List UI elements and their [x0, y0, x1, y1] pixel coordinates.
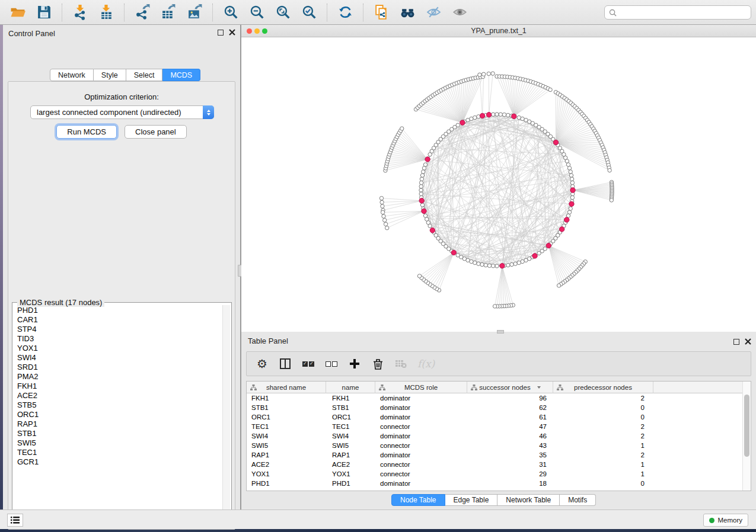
table-cell[interactable]: PHD1 [326, 479, 375, 488]
table-row[interactable]: FKH1FKH1dominator962 [247, 393, 653, 403]
import-table-icon[interactable] [93, 2, 119, 23]
table-cell[interactable]: 2 [553, 450, 653, 460]
zoom-out-icon[interactable] [244, 2, 270, 23]
table-cell[interactable]: PHD1 [247, 479, 326, 488]
table-cell[interactable]: connector [375, 460, 467, 469]
tab-edge-table[interactable]: Edge Table [445, 494, 498, 506]
mcds-result-item[interactable]: FKH1 [13, 382, 222, 391]
table-cell[interactable]: ORC1 [247, 412, 326, 422]
select-all-icon[interactable] [302, 356, 315, 371]
run-mcds-button[interactable]: Run MCDS [56, 125, 117, 139]
mcds-result-item[interactable]: RAP1 [13, 419, 222, 429]
table-row[interactable]: YOX1YOX1connector291 [247, 469, 653, 479]
table-cell[interactable]: dominator [375, 479, 467, 488]
column-header-mcds-role[interactable]: MCDS role [375, 382, 467, 393]
open-folder-icon[interactable] [5, 2, 31, 23]
table-cell[interactable]: RAP1 [326, 450, 375, 460]
table-cell[interactable]: dominator [375, 412, 467, 422]
deselect-all-icon[interactable] [325, 356, 338, 371]
add-row-icon[interactable] [348, 356, 361, 371]
table-cell[interactable]: 46 [467, 431, 553, 441]
table-row[interactable]: SWI5SWI5connector431 [247, 441, 653, 450]
table-cell[interactable]: SWI5 [326, 441, 375, 450]
table-cell[interactable]: 2 [553, 393, 653, 403]
find-binoculars-icon[interactable] [394, 2, 420, 23]
export-network-icon[interactable] [129, 2, 155, 23]
tab-network[interactable]: Network [50, 69, 94, 81]
mcds-result-item[interactable]: ORC1 [13, 410, 222, 419]
search-input[interactable] [604, 5, 751, 20]
mcds-result-item[interactable]: SRD1 [13, 363, 222, 372]
table-cell[interactable]: ACE2 [326, 460, 375, 469]
mcds-result-item[interactable]: SWI4 [13, 353, 222, 363]
table-cell[interactable]: 35 [467, 450, 553, 460]
mcds-result-item[interactable]: STP4 [13, 325, 222, 334]
mcds-result-item[interactable]: TEC1 [13, 448, 222, 457]
criterion-select[interactable]: largest connected component (undirected) [30, 105, 214, 119]
mcds-result-item[interactable]: SWI5 [13, 438, 222, 448]
table-row[interactable]: TEC1TEC1connector472 [247, 422, 653, 431]
column-header-shared-name[interactable]: shared name [247, 382, 326, 393]
import-network-icon[interactable] [67, 2, 93, 23]
memory-button[interactable]: Memory [703, 514, 748, 527]
table-cell[interactable]: 96 [467, 393, 553, 403]
network-canvas[interactable] [241, 37, 756, 332]
table-cell[interactable]: SWI4 [247, 431, 326, 441]
close-panel-icon[interactable] [229, 29, 235, 36]
table-cell[interactable]: YOX1 [326, 469, 375, 479]
table-row[interactable]: ACE2ACE2connector311 [247, 460, 653, 469]
tab-motifs[interactable]: Motifs [560, 494, 596, 506]
table-cell[interactable]: STB1 [247, 403, 326, 412]
mcds-result-item[interactable]: PMA2 [13, 372, 222, 382]
table-cell[interactable]: 18 [467, 479, 553, 488]
table-cell[interactable]: 47 [467, 422, 553, 431]
hide-graphics-eye-icon[interactable] [420, 2, 446, 23]
table-cell[interactable]: SWI5 [247, 441, 326, 450]
tab-mcds[interactable]: MCDS [162, 69, 200, 81]
column-header-predecessor-nodes[interactable]: predecessor nodes [553, 382, 653, 393]
table-cell[interactable]: dominator [375, 431, 467, 441]
table-cell[interactable]: 2 [553, 422, 653, 431]
table-cell[interactable]: 1 [553, 469, 653, 479]
table-cell[interactable]: 61 [467, 412, 553, 422]
tab-network-table[interactable]: Network Table [497, 494, 560, 506]
table-cell[interactable]: 43 [467, 441, 553, 450]
table-cell[interactable]: 29 [467, 469, 553, 479]
network-window-titlebar[interactable]: YPA_prune.txt_1 [241, 25, 756, 37]
table-cell[interactable]: RAP1 [247, 450, 326, 460]
zoom-in-icon[interactable] [218, 2, 244, 23]
table-cell[interactable]: FKH1 [326, 393, 375, 403]
delete-row-trash-icon[interactable] [371, 356, 384, 371]
table-row[interactable]: ORC1ORC1dominator610 [247, 412, 653, 422]
mcds-result-item[interactable]: PHD1 [13, 306, 222, 315]
table-cell[interactable]: 0 [553, 479, 653, 488]
mcds-result-item[interactable]: STB5 [13, 400, 222, 410]
table-cell[interactable]: TEC1 [247, 422, 326, 431]
table-cell[interactable]: 0 [553, 412, 653, 422]
save-icon[interactable] [31, 2, 57, 23]
table-cell[interactable]: dominator [375, 450, 467, 460]
insert-column-icon[interactable] [279, 356, 292, 371]
column-header-name[interactable]: name [326, 382, 375, 393]
tab-select[interactable]: Select [126, 69, 163, 81]
table-cell[interactable]: ORC1 [326, 412, 375, 422]
table-cell[interactable]: dominator [375, 403, 467, 412]
search-field[interactable] [620, 8, 747, 17]
close-panel-icon[interactable] [745, 338, 751, 345]
table-cell[interactable]: connector [375, 469, 467, 479]
table-cell[interactable]: 1 [553, 441, 653, 450]
result-list-scrollbar[interactable] [222, 305, 230, 519]
share-document-icon[interactable] [368, 2, 394, 23]
export-image-icon[interactable] [181, 2, 208, 23]
table-row[interactable]: SWI4SWI4dominator462 [247, 431, 653, 441]
settings-gear-icon[interactable]: ⚙ [256, 356, 269, 371]
table-cell[interactable]: dominator [375, 393, 467, 403]
table-cell[interactable]: 31 [467, 460, 553, 469]
zoom-fit-icon[interactable] [270, 2, 296, 23]
export-table-icon[interactable] [155, 2, 181, 23]
zoom-selected-icon[interactable] [296, 2, 322, 23]
table-cell[interactable]: SWI4 [326, 431, 375, 441]
table-row[interactable]: STB1STB1dominator620 [247, 403, 653, 412]
table-cell[interactable]: 62 [467, 403, 553, 412]
table-cell[interactable]: STB1 [326, 403, 375, 412]
